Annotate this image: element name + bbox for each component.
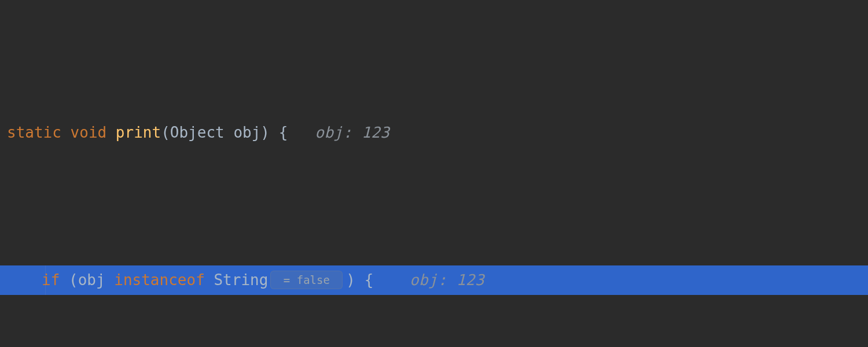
code-line-highlighted[interactable]: if ( obj instanceof String = false ) { o… <box>0 265 868 295</box>
inlay-eval-false[interactable]: = false <box>270 271 343 289</box>
param-obj: obj <box>233 118 260 147</box>
method-name: print <box>116 118 161 147</box>
var-obj: obj <box>78 265 105 295</box>
type-string: String <box>214 265 268 295</box>
param-hint: obj: 123 <box>315 118 389 147</box>
inline-value-hint: obj: 123 <box>410 265 484 295</box>
code-line[interactable]: static void print ( Object obj ) { obj: … <box>0 118 868 147</box>
keyword-static: static <box>7 118 61 147</box>
keyword-void: void <box>71 118 107 147</box>
lparen: ( <box>69 265 78 295</box>
rparen: ) <box>346 265 355 295</box>
rparen: ) <box>260 118 270 147</box>
type-object: Object <box>170 118 225 147</box>
lparen: ( <box>161 118 170 147</box>
keyword-if: if <box>42 265 60 295</box>
keyword-instanceof: instanceof <box>114 265 205 295</box>
lbrace: { <box>279 118 288 147</box>
code-editor[interactable]: static void print ( Object obj ) { obj: … <box>0 0 868 347</box>
lbrace: { <box>365 265 374 295</box>
